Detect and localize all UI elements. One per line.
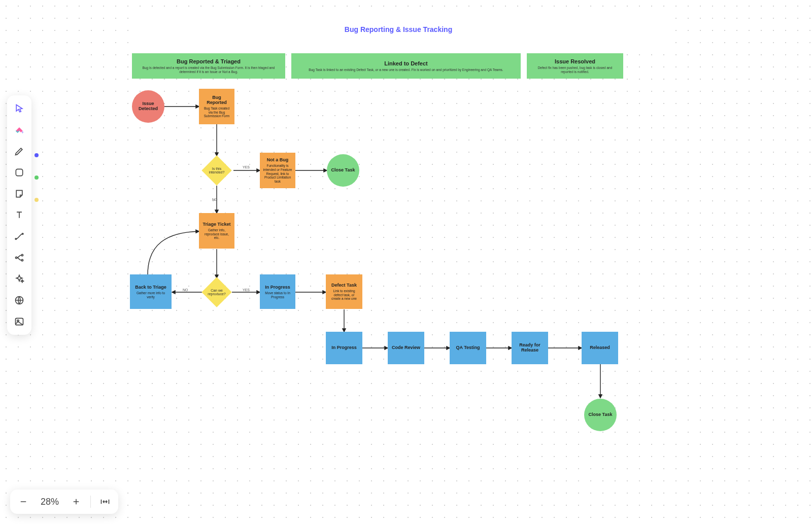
diagram-title-text: Bug Reporting & Issue Tracking [345,25,452,33]
node-title: Close Task [589,412,613,417]
node-title: Ready for Release [515,342,545,353]
zoom-in-button[interactable] [70,496,82,508]
node-back-to-triage[interactable]: Back to Triage Gather more info to verif… [130,274,172,309]
node-title: Can we reproduce? [206,282,227,303]
connector-tool[interactable] [10,227,28,246]
node-close-task-2[interactable]: Close Task [584,399,617,431]
lane-title: Issue Resolved [532,58,618,64]
web-embed-tool[interactable] [10,291,28,309]
node-issue-detected[interactable]: Issue Detected [132,90,164,123]
node-title: Close Task [331,167,355,172]
edge-yes-2: YES [243,288,250,292]
node-sub: Link to existing defect task, or create … [329,289,359,301]
text-tool[interactable] [10,206,28,224]
svg-text:+: + [21,130,24,135]
node-sub: Gather more info to verify [133,291,168,299]
svg-point-4 [16,257,17,258]
edge-no-1: NO [212,198,218,201]
node-sub: Gather info, reproduce issue, etc. [202,228,231,240]
node-title: Released [590,345,610,350]
node-in-progress-2[interactable]: In Progress [326,332,362,364]
lane-sub: Defect fix has been pushed, bug task is … [532,66,618,74]
node-sub: Bug Task created via the Bug Submission … [202,107,231,118]
node-ready-release[interactable]: Ready for Release [512,332,548,364]
edge-no-2: NO [183,288,188,292]
lane-title: Bug Reported & Triaged [137,58,280,64]
lane-title: Linked to Defect [296,60,516,66]
zoom-value[interactable]: 28% [38,497,62,507]
node-qa-testing[interactable]: QA Testing [450,332,486,364]
node-title: Issue Detected [135,101,161,111]
node-title: In Progress [265,285,290,290]
node-sub: Functionality is intended or Feature Req… [263,164,292,184]
node-code-review[interactable]: Code Review [388,332,424,364]
mindmap-tool[interactable] [10,249,28,267]
node-not-a-bug[interactable]: Not a Bug Functionality is intended or F… [260,153,295,188]
node-title: Code Review [392,345,420,350]
pen-tool[interactable] [10,142,28,160]
node-title: Is this intended? [206,160,227,181]
node-can-reproduce[interactable]: Can we reproduce? [206,282,227,303]
zoom-out-button[interactable] [17,496,29,508]
svg-rect-1 [16,169,22,176]
whiteboard-canvas[interactable]: Bug Reporting & Issue Tracking Bug Repor… [0,0,812,524]
node-title: Not a Bug [267,157,289,162]
lane-sub: Bug is detected and a report is created … [137,66,280,74]
node-in-progress-1[interactable]: In Progress Move status to In Progress [260,274,295,309]
sticky-note-tool[interactable] [10,185,28,203]
node-close-task-1[interactable]: Close Task [327,154,359,187]
zoom-control: 28% [10,490,118,514]
diagram-title[interactable]: Bug Reporting & Issue Tracking [132,12,665,47]
node-title: QA Testing [456,345,480,350]
node-is-intended[interactable]: Is this intended? [206,160,227,181]
zoom-divider [90,496,91,508]
lane-issue-resolved[interactable]: Issue Resolved Defect fix has been pushe… [527,53,623,79]
node-defect-task[interactable]: Defect Task Link to existing defect task… [326,274,362,309]
left-toolbar: + [7,95,31,335]
lane-bug-reported[interactable]: Bug Reported & Triaged Bug is detected a… [132,53,285,79]
select-tool[interactable] [10,99,28,118]
shape-tool[interactable] [10,163,28,182]
zoom-fit-button[interactable] [99,496,111,508]
node-title: Defect Task [331,283,357,288]
node-bug-reported[interactable]: Bug Reported Bug Task created via the Bu… [199,89,234,124]
clickup-tool[interactable]: + [10,121,28,139]
lane-sub: Bug Task is linked to an existing Defect… [296,68,516,72]
node-triage-ticket[interactable]: Triage Ticket Gather info, reproduce iss… [199,213,234,249]
node-released[interactable]: Released [582,332,618,364]
node-title: Back to Triage [135,285,166,290]
node-sub: Move status to In Progress [263,291,292,299]
node-title: Triage Ticket [203,222,231,227]
svg-point-6 [21,259,23,261]
image-tool[interactable] [10,312,28,331]
lane-linked-defect[interactable]: Linked to Defect Bug Task is linked to a… [291,53,521,79]
node-title: In Progress [331,345,357,350]
node-title: Bug Reported [202,95,231,105]
edge-yes-1: YES [243,165,250,169]
svg-point-2 [15,238,16,240]
svg-point-5 [21,254,23,256]
ai-tool[interactable] [10,270,28,288]
